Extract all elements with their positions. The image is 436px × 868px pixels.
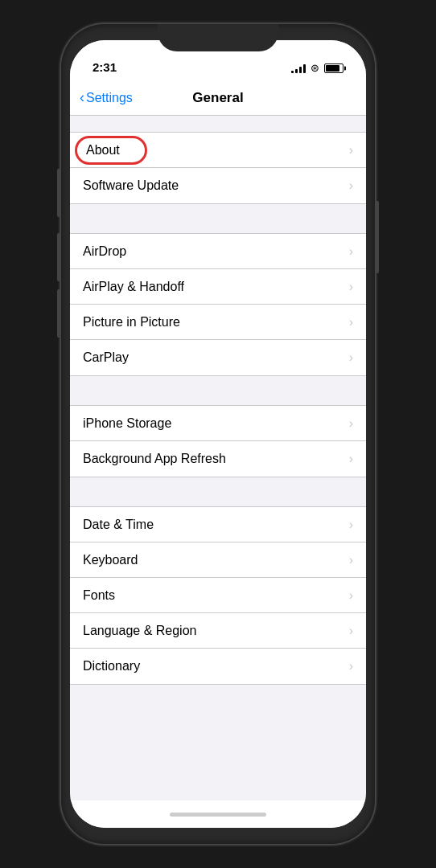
- language-region-label: Language & Region: [83, 624, 196, 638]
- back-label[interactable]: Settings: [86, 91, 133, 105]
- language-region-chevron-icon: ›: [349, 624, 353, 638]
- about-chevron-icon: ›: [349, 143, 353, 158]
- nav-title: General: [192, 90, 243, 106]
- home-indicator: [70, 800, 366, 828]
- airplay-handoff-chevron-icon: ›: [349, 280, 353, 294]
- fonts-chevron-icon: ›: [349, 588, 353, 603]
- section-gap-3: [70, 477, 366, 506]
- settings-content: About › Software Update › AirDrop › AirP…: [70, 116, 366, 800]
- background-app-refresh-item[interactable]: Background App Refresh ›: [70, 441, 366, 477]
- airplay-handoff-label: AirPlay & Handoff: [83, 280, 184, 294]
- fonts-item[interactable]: Fonts ›: [70, 578, 366, 613]
- section-storage: iPhone Storage › Background App Refresh …: [70, 405, 366, 477]
- battery-fill: [326, 65, 339, 72]
- language-region-item[interactable]: Language & Region ›: [70, 613, 366, 649]
- about-item[interactable]: About ›: [70, 133, 366, 168]
- phone-screen: 2:31 ⊛ ‹ Settings General: [70, 40, 366, 828]
- dictionary-item[interactable]: Dictionary ›: [70, 649, 366, 684]
- airplay-handoff-item[interactable]: AirPlay & Handoff ›: [70, 269, 366, 305]
- status-icons: ⊛: [291, 62, 343, 74]
- section-connectivity: AirDrop › AirPlay & Handoff › Picture in…: [70, 233, 366, 376]
- section-gap-1: [70, 204, 366, 233]
- section-locale: Date & Time › Keyboard › Fonts › Languag…: [70, 506, 366, 685]
- signal-bars-icon: [291, 63, 306, 73]
- date-time-label: Date & Time: [83, 518, 154, 532]
- section-gap-top: [70, 116, 366, 132]
- carplay-label: CarPlay: [83, 350, 129, 365]
- airdrop-item[interactable]: AirDrop ›: [70, 234, 366, 269]
- dictionary-label: Dictionary: [83, 659, 140, 674]
- battery-icon: [324, 63, 343, 73]
- background-app-refresh-chevron-icon: ›: [349, 452, 353, 466]
- date-time-chevron-icon: ›: [349, 518, 353, 532]
- back-chevron-icon: ‹: [80, 89, 84, 106]
- section-top: About › Software Update ›: [70, 132, 366, 204]
- wifi-icon: ⊛: [311, 62, 319, 74]
- about-label: About: [83, 143, 120, 158]
- background-app-refresh-label: Background App Refresh: [83, 452, 226, 466]
- status-time: 2:31: [93, 60, 117, 74]
- section-gap-2: [70, 376, 366, 405]
- dictionary-chevron-icon: ›: [349, 659, 353, 674]
- keyboard-chevron-icon: ›: [349, 553, 353, 567]
- notch: [158, 24, 278, 51]
- section-gap-bottom: [70, 685, 366, 714]
- iphone-storage-label: iPhone Storage: [83, 416, 171, 431]
- home-bar: [170, 813, 266, 817]
- software-update-label: Software Update: [83, 178, 179, 193]
- picture-in-picture-chevron-icon: ›: [349, 315, 353, 330]
- airdrop-chevron-icon: ›: [349, 244, 353, 259]
- nav-bar: ‹ Settings General: [70, 80, 366, 116]
- iphone-storage-chevron-icon: ›: [349, 416, 353, 431]
- software-update-chevron-icon: ›: [349, 178, 353, 193]
- software-update-item[interactable]: Software Update ›: [70, 168, 366, 203]
- picture-in-picture-item[interactable]: Picture in Picture ›: [70, 305, 366, 340]
- carplay-chevron-icon: ›: [349, 350, 353, 365]
- back-button[interactable]: ‹ Settings: [80, 89, 133, 106]
- keyboard-label: Keyboard: [83, 553, 138, 567]
- fonts-label: Fonts: [83, 588, 115, 603]
- date-time-item[interactable]: Date & Time ›: [70, 507, 366, 542]
- airdrop-label: AirDrop: [83, 244, 126, 259]
- picture-in-picture-label: Picture in Picture: [83, 315, 180, 330]
- carplay-item[interactable]: CarPlay ›: [70, 340, 366, 375]
- keyboard-item[interactable]: Keyboard ›: [70, 542, 366, 578]
- iphone-storage-item[interactable]: iPhone Storage ›: [70, 406, 366, 441]
- phone-outer: 2:31 ⊛ ‹ Settings General: [61, 24, 375, 844]
